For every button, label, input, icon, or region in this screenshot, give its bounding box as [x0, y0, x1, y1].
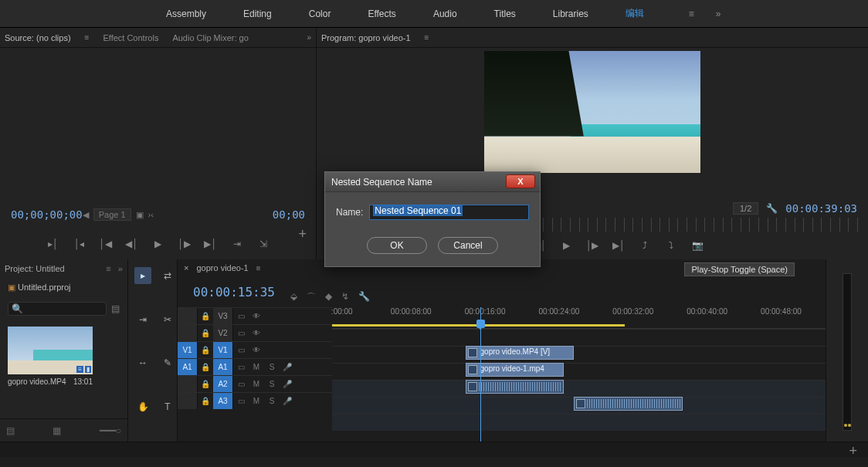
project-file: Untitled.prproj	[18, 283, 70, 292]
go-in-icon[interactable]: │◀	[100, 238, 112, 250]
clip-name: gopro video.MP4	[8, 377, 66, 386]
project-clip[interactable]: ≡▮ gopro video.MP4 13:01	[8, 327, 93, 386]
ws-editing[interactable]: Editing	[243, 8, 272, 19]
insert-icon[interactable]: ⇥	[231, 238, 243, 250]
playhead[interactable]	[480, 307, 481, 442]
srcpatch-v1[interactable]: V1	[178, 342, 198, 358]
export-frame-icon[interactable]: 📷	[691, 239, 704, 252]
ws-effects[interactable]: Effects	[368, 8, 395, 19]
ws-libraries[interactable]: Libraries	[553, 8, 588, 19]
workspace-menu-icon[interactable]: ≡	[689, 8, 694, 19]
nested-sequence-dialog: Nested Sequence Name X Name: Nested Sequ…	[324, 171, 541, 267]
program-menu-icon[interactable]: ≡	[425, 33, 429, 42]
p-step-fwd-icon[interactable]: │▶	[586, 239, 598, 252]
name-label: Name:	[336, 207, 363, 218]
track-v3[interactable]: V3	[213, 308, 233, 324]
zoom-select[interactable]: 1/2	[733, 202, 758, 215]
type-tool-icon[interactable]: T	[159, 398, 176, 415]
clip-a2[interactable]	[574, 397, 683, 411]
track-a1[interactable]: A1	[213, 359, 233, 375]
add-button-icon[interactable]: +	[298, 226, 307, 242]
sequence-tab[interactable]: gopro video-1	[196, 263, 248, 272]
pen-tool-icon[interactable]: ✎	[159, 354, 176, 371]
snap-icon[interactable]: ⬙	[290, 291, 297, 304]
ws-assembly[interactable]: Assembly	[166, 8, 206, 19]
workspace-overflow-icon[interactable]: »	[716, 8, 721, 19]
search-input[interactable]: 🔍	[8, 302, 107, 316]
track-header-area: 🔒V3 ▭👁 🔒V2 ▭👁 V1 🔒V1 ▭👁 A1 🔒A1 ▭MS🎤 🔒A2 …	[178, 307, 332, 442]
timeline-tracks[interactable]: :00:00 00:00:08:00 00:00:16:00 00:00:24:…	[332, 307, 826, 442]
bin-icon: ▣	[8, 283, 15, 292]
hand-tool-icon[interactable]: ✋	[134, 398, 151, 415]
track-a2[interactable]: A2	[213, 376, 233, 392]
program-duration: 00:00:39:03	[785, 202, 857, 215]
overflow-icon[interactable]: »	[307, 33, 311, 42]
dialog-close-button[interactable]: X	[506, 174, 535, 188]
page-indicator[interactable]: Page 1	[93, 208, 131, 221]
overwrite-icon[interactable]: ⇲	[257, 238, 270, 250]
ws-titles[interactable]: Titles	[494, 8, 516, 19]
tab-menu-icon[interactable]: ≡	[85, 33, 90, 42]
track-v1[interactable]: V1	[213, 342, 233, 358]
extract-icon[interactable]: ⤵	[665, 239, 677, 252]
track-select-tool-icon[interactable]: ⇄	[159, 267, 176, 284]
project-panel: Project: Untitled ≡ » ▣ Untitled.prproj …	[0, 259, 128, 442]
selection-tool-icon[interactable]: ▸	[134, 267, 151, 284]
source-tabs: Source: (no clips) ≡ Effect Controls Aud…	[0, 28, 316, 48]
settings-icon[interactable]: ↯	[341, 291, 349, 304]
p-go-out-icon[interactable]: ▶│	[612, 239, 625, 252]
slip-tool-icon[interactable]: ↔	[134, 354, 151, 371]
timeline-panel: × gopro video-1 ≡ Play-Stop Toggle (Spac…	[178, 259, 826, 442]
track-a3[interactable]: A3	[213, 393, 233, 409]
timeline-tc[interactable]: 00:00:15:35	[193, 285, 275, 299]
audio-meter	[843, 273, 852, 431]
step-fwd-icon[interactable]: │▶	[178, 238, 191, 250]
source-transport: ▸│ │◂ │◀ ◀│ ▶ │▶ ▶│ ⇥ ⇲ +	[0, 238, 316, 250]
srcpatch-a1[interactable]: A1	[178, 359, 198, 375]
clip-v2[interactable]: gopro video.MP4 [V]	[466, 346, 575, 360]
tab-audio-mixer[interactable]: Audio Clip Mixer: go	[172, 33, 248, 42]
project-tab[interactable]: Project: Untitled	[5, 264, 65, 273]
program-monitor[interactable]	[484, 51, 700, 173]
go-out-icon[interactable]: ▶│	[205, 238, 217, 250]
list-view-icon[interactable]: ▤	[6, 425, 15, 436]
source-tc-left: 00;00;00;00	[11, 208, 83, 221]
razor-tool-icon[interactable]: ✂	[159, 311, 176, 328]
clip-duration: 13:01	[73, 377, 93, 386]
wrench-icon[interactable]: 🔧	[358, 291, 370, 304]
track-v2[interactable]: V2	[213, 325, 233, 341]
cancel-button[interactable]: Cancel	[438, 237, 498, 254]
workspace-bar: Assembly Editing Color Effects Audio Tit…	[0, 0, 868, 28]
play-icon[interactable]: ▶	[152, 238, 164, 250]
tab-source[interactable]: Source: (no clips)	[5, 33, 71, 42]
settings-icon[interactable]: 🔧	[766, 203, 778, 214]
time-ruler[interactable]: :00:00 00:00:08:00 00:00:16:00 00:00:24:…	[332, 307, 826, 329]
ws-edit-cn[interactable]: 编辑	[626, 7, 644, 20]
ws-audio[interactable]: Audio	[433, 8, 457, 19]
tools-panel: ▸ ⇄ ⇥ ✂ ↔ ✎ ✋ T	[128, 259, 178, 442]
step-back-icon[interactable]: ◀│	[126, 238, 138, 250]
marker-icon[interactable]: ◆	[325, 291, 332, 304]
ok-button[interactable]: OK	[367, 237, 427, 254]
filter-icon[interactable]: ▤	[111, 303, 120, 314]
ws-color[interactable]: Color	[309, 8, 331, 19]
page-prev-icon[interactable]: ◀	[83, 210, 89, 220]
tooltip-play-toggle: Play-Stop Toggle (Space)	[684, 262, 795, 276]
icon-view-icon[interactable]: ▦	[53, 425, 61, 436]
status-bar	[0, 442, 868, 457]
tab-effect-controls[interactable]: Effect Controls	[103, 33, 158, 42]
mark-out-icon[interactable]: │◂	[73, 238, 86, 250]
seq-close-icon[interactable]: ×	[184, 263, 188, 272]
p-add-button-icon[interactable]: +	[849, 443, 857, 459]
lift-icon[interactable]: ⤴	[639, 239, 651, 252]
p-play-icon[interactable]: ▶	[560, 239, 572, 252]
audio-meter-panel	[826, 259, 868, 442]
fit-icon[interactable]: ▣	[136, 210, 144, 220]
bracket-icon[interactable]: ›‹	[148, 210, 154, 219]
sequence-name-input[interactable]: Nested Sequence 01	[369, 205, 529, 220]
ripple-tool-icon[interactable]: ⇥	[134, 311, 151, 328]
mark-in-icon[interactable]: ▸│	[47, 238, 59, 250]
program-tab[interactable]: Program: gopro video-1	[321, 33, 411, 42]
linked-sel-icon[interactable]: ⌒	[307, 291, 316, 304]
source-panel: Source: (no clips) ≡ Effect Controls Aud…	[0, 28, 317, 259]
